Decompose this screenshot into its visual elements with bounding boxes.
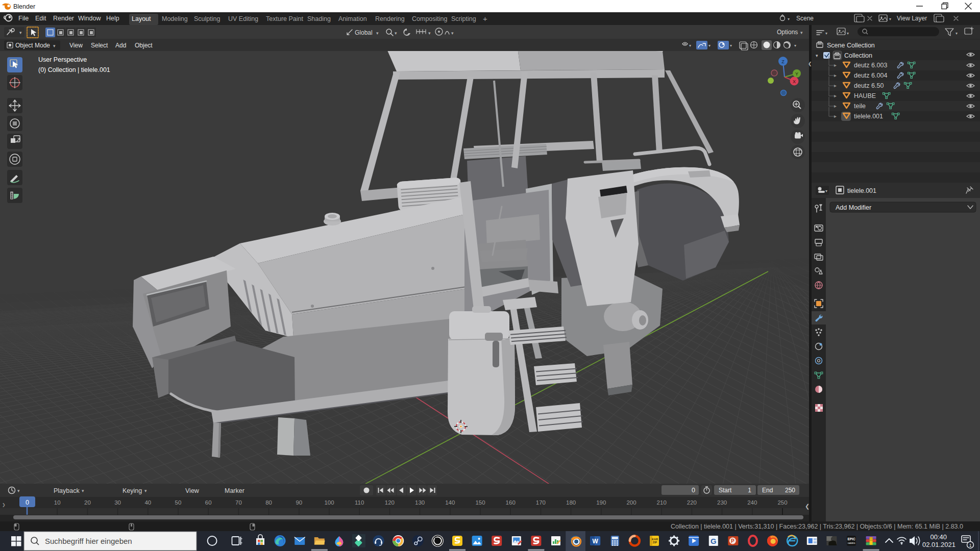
svg-text:tielele.001: tielele.001 [854,113,883,120]
svg-text:▾: ▾ [451,31,454,36]
svg-text:deutz 6.50: deutz 6.50 [854,82,884,89]
svg-text:EPIC: EPIC [847,537,855,541]
svg-text:▾: ▾ [788,17,790,21]
svg-text:▾: ▾ [825,31,827,36]
svg-text:250: 250 [785,487,795,494]
svg-text:90: 90 [296,499,302,506]
svg-text:Start: Start [719,487,732,494]
svg-text:▾: ▾ [794,43,796,48]
svg-text:230: 230 [717,499,727,506]
svg-text:Layout: Layout [132,15,151,22]
svg-text:140: 140 [445,499,455,506]
svg-text:▾: ▾ [800,30,803,35]
svg-text:▾: ▾ [816,53,818,58]
svg-text:▸: ▸ [834,93,837,98]
svg-text:▾: ▾ [53,43,56,48]
svg-text:Texture Paint: Texture Paint [266,15,303,22]
svg-text:Window: Window [78,15,101,22]
svg-text:Add: Add [115,42,126,49]
svg-text:Y: Y [795,71,798,77]
svg-text:150: 150 [475,499,485,506]
svg-text:Animation: Animation [338,15,367,22]
svg-text:View: View [69,42,83,49]
svg-text:70: 70 [235,499,242,506]
svg-text:210: 210 [657,499,667,506]
svg-text:250: 250 [777,499,787,506]
svg-text:100: 100 [324,499,334,506]
svg-text:P: P [731,538,734,544]
svg-text:130: 130 [415,499,425,506]
svg-text:▾: ▾ [428,31,431,36]
svg-text:▾: ▾ [825,189,827,193]
svg-text:Sculpting: Sculpting [194,15,220,22]
svg-text:200: 200 [626,499,636,506]
svg-text:240: 240 [747,499,757,506]
svg-text:GAMES: GAMES [847,542,855,544]
svg-text:Scene: Scene [796,15,814,22]
svg-text:deutz 6.004: deutz 6.004 [854,72,887,79]
svg-text:X: X [793,79,796,84]
svg-text:20: 20 [84,499,91,506]
svg-text:Collection | tielele.001 | Ver: Collection | tielele.001 | Verts:31,310 … [671,523,963,530]
svg-text:170: 170 [536,499,546,506]
svg-text:180: 180 [566,499,576,506]
svg-text:W: W [593,538,599,545]
svg-text:Keying: Keying [122,487,142,494]
svg-text:Global: Global [355,29,373,36]
svg-text:▸: ▸ [834,113,837,119]
svg-text:10: 10 [54,499,61,506]
svg-text:+: + [483,14,487,23]
svg-text:Object Mode: Object Mode [15,42,50,49]
svg-text:▾: ▾ [730,43,732,48]
svg-text:▾: ▾ [708,43,710,48]
svg-text:teile: teile [854,103,866,110]
svg-text:Marker: Marker [225,487,244,494]
svg-text:▾: ▾ [144,488,147,493]
svg-text:▾: ▾ [689,43,691,48]
svg-text:HAUBE: HAUBE [854,92,876,99]
svg-text:File: File [18,15,29,22]
svg-text:Playback: Playback [54,487,80,494]
svg-text:0: 0 [26,499,29,506]
svg-text:❯: ❯ [2,503,6,507]
svg-text:▾: ▾ [82,488,84,493]
svg-text:Suchbegriff hier eingeben: Suchbegriff hier eingeben [45,537,132,545]
svg-text:Rendering: Rendering [375,15,405,22]
svg-text:G: G [710,537,717,545]
svg-text:deutz 6.003: deutz 6.003 [854,62,887,69]
svg-text:Options: Options [777,29,798,36]
svg-text:120: 120 [385,499,395,506]
svg-text:220: 220 [687,499,697,506]
svg-text:1: 1 [748,487,751,494]
svg-text:Collection: Collection [844,52,872,59]
svg-text:Help: Help [106,15,119,22]
svg-text:End: End [762,487,773,494]
svg-text:Compositing: Compositing [412,15,448,22]
svg-text:0: 0 [692,487,695,494]
svg-text:Object: Object [135,42,153,49]
svg-text:▾: ▾ [376,31,379,36]
svg-text:160: 160 [506,499,516,506]
svg-text:❮: ❮ [805,503,810,510]
svg-text:▸: ▸ [834,62,837,68]
svg-text:▾: ▾ [17,488,20,493]
svg-text:❮: ❮ [808,61,812,67]
svg-text:▾: ▾ [847,31,849,36]
svg-text:Select: Select [91,42,108,49]
svg-text:View Layer: View Layer [897,15,927,22]
svg-text:Blender: Blender [13,3,35,10]
svg-text:▸: ▸ [834,103,837,109]
svg-text:(0) Collection | tielele.001: (0) Collection | tielele.001 [38,66,110,73]
svg-text:30: 30 [114,499,121,506]
svg-text:Scene Collection: Scene Collection [827,42,875,49]
svg-text:tielele.001: tielele.001 [847,187,876,194]
svg-text:110: 110 [355,499,364,506]
svg-text:02.01.2021: 02.01.2021 [922,541,955,548]
svg-text:Edit: Edit [35,15,46,22]
svg-text:Render: Render [53,15,74,22]
svg-text:Scripting: Scripting [451,15,476,22]
svg-text:User Perspective: User Perspective [38,56,87,63]
svg-text:View: View [185,487,200,494]
svg-text:▾: ▾ [395,31,397,36]
svg-text:Z: Z [781,59,785,64]
